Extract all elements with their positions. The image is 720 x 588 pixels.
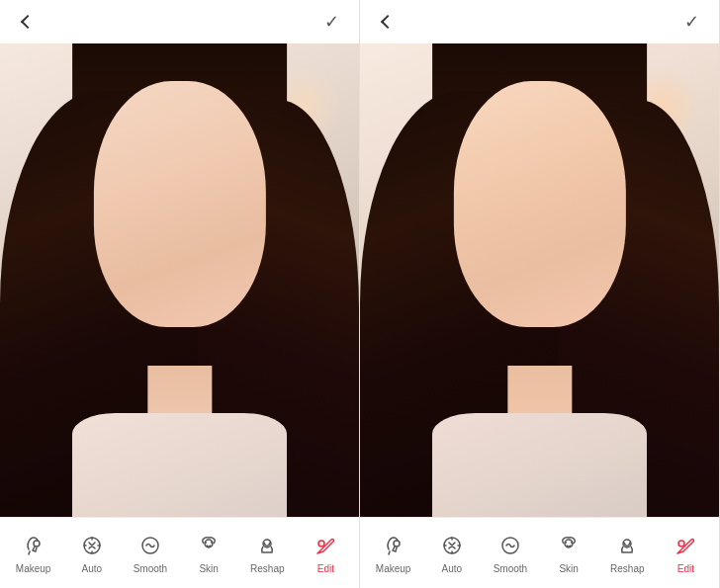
right-tool-edit[interactable]: Edit bbox=[657, 526, 715, 580]
right-header: ✓ bbox=[360, 0, 719, 43]
right-tool-makeup[interactable]: Makeup bbox=[364, 526, 422, 580]
right-smooth-label: Smooth bbox=[494, 563, 527, 574]
right-check-icon: ✓ bbox=[684, 11, 699, 33]
right-image-area bbox=[360, 43, 719, 517]
right-makeup-icon bbox=[380, 532, 407, 559]
right-back-arrow-icon bbox=[381, 15, 395, 29]
left-skin-label: Skin bbox=[199, 563, 218, 574]
left-edit-icon bbox=[312, 532, 339, 559]
right-tool-skin[interactable]: Skin bbox=[540, 526, 598, 580]
right-toolbar: Makeup Auto Smooth bbox=[360, 517, 719, 588]
left-check-icon: ✓ bbox=[324, 11, 339, 33]
left-makeup-icon bbox=[20, 532, 47, 559]
left-auto-label: Auto bbox=[81, 563, 102, 574]
svg-point-7 bbox=[318, 541, 324, 546]
left-skin-icon bbox=[195, 532, 223, 559]
left-tool-reshape[interactable]: Reshap bbox=[238, 526, 297, 580]
left-tool-skin[interactable]: Skin bbox=[180, 526, 238, 580]
right-reshape-icon bbox=[613, 532, 641, 559]
right-face bbox=[453, 81, 625, 327]
svg-point-0 bbox=[34, 541, 40, 546]
right-tool-smooth[interactable]: Smooth bbox=[481, 526, 539, 580]
left-header: ✓ bbox=[0, 0, 359, 43]
right-back-button[interactable] bbox=[376, 10, 400, 34]
right-edit-label: Edit bbox=[677, 563, 694, 574]
left-tool-auto[interactable]: Auto bbox=[62, 526, 121, 580]
left-tool-edit[interactable]: Edit bbox=[297, 526, 355, 580]
right-panel: ✓ M bbox=[360, 0, 720, 588]
svg-point-13 bbox=[571, 542, 573, 544]
left-reshape-icon bbox=[253, 532, 281, 559]
left-smooth-icon bbox=[136, 532, 164, 559]
right-skin-icon bbox=[555, 532, 583, 559]
right-reshape-label: Reshap bbox=[610, 563, 644, 574]
left-back-button[interactable] bbox=[16, 10, 40, 34]
left-panel: ✓ M bbox=[0, 0, 360, 588]
right-makeup-label: Makeup bbox=[376, 563, 411, 574]
left-clothing bbox=[72, 413, 288, 517]
right-edit-icon bbox=[672, 532, 699, 559]
left-portrait bbox=[0, 43, 359, 517]
left-reshape-label: Reshap bbox=[250, 563, 284, 574]
right-confirm-button[interactable]: ✓ bbox=[679, 10, 703, 34]
svg-point-12 bbox=[565, 542, 567, 544]
left-image-area bbox=[0, 43, 359, 517]
right-clothing bbox=[432, 413, 648, 517]
svg-point-4 bbox=[205, 542, 207, 544]
right-auto-icon bbox=[438, 532, 466, 559]
left-tool-makeup[interactable]: Makeup bbox=[4, 526, 62, 580]
right-skin-label: Skin bbox=[559, 563, 578, 574]
right-auto-label: Auto bbox=[441, 563, 462, 574]
right-smooth-icon bbox=[496, 532, 524, 559]
svg-point-15 bbox=[678, 541, 684, 546]
left-makeup-label: Makeup bbox=[16, 563, 51, 574]
left-back-arrow-icon bbox=[21, 15, 35, 29]
svg-point-5 bbox=[211, 542, 213, 544]
right-tool-reshape[interactable]: Reshap bbox=[598, 526, 657, 580]
left-confirm-button[interactable]: ✓ bbox=[319, 10, 343, 34]
left-face bbox=[93, 81, 265, 327]
right-portrait bbox=[360, 43, 719, 517]
left-smooth-label: Smooth bbox=[134, 563, 167, 574]
left-auto-icon bbox=[78, 532, 106, 559]
right-tool-auto[interactable]: Auto bbox=[422, 526, 481, 580]
left-toolbar: Makeup Auto Smooth bbox=[0, 517, 359, 588]
svg-point-8 bbox=[394, 541, 400, 546]
left-tool-smooth[interactable]: Smooth bbox=[121, 526, 179, 580]
left-edit-label: Edit bbox=[317, 563, 334, 574]
